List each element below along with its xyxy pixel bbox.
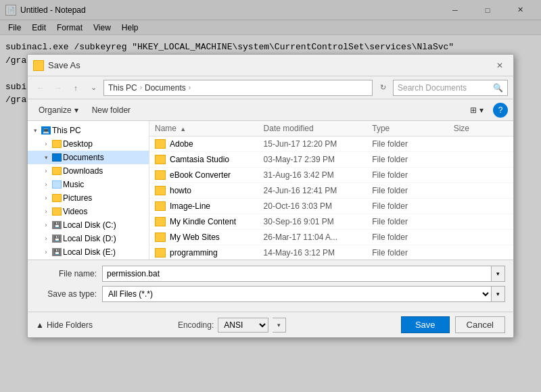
col-header-size[interactable]: Size: [454, 124, 508, 133]
file-date: 14-May-16 3:12 PM: [264, 248, 373, 258]
address-path[interactable]: This PC › Documents ›: [103, 80, 373, 96]
refresh-btn[interactable]: ↻: [375, 80, 390, 95]
col-header-date[interactable]: Date modified: [264, 124, 373, 133]
hide-folders-btn[interactable]: ▲ Hide Folders: [36, 320, 93, 330]
left-panel: ▾ 💻 This PC › Desktop ▾ Documents ›: [28, 121, 149, 260]
dialog-body: ▾ 💻 This PC › Desktop ▾ Documents ›: [28, 121, 513, 260]
folder-icon: [155, 217, 166, 226]
file-date: 26-Mar-17 11:04 A...: [264, 232, 373, 242]
expand-icon: ▾: [30, 127, 40, 134]
savetype-dropdown-arrow[interactable]: ▾: [492, 286, 505, 302]
pc-icon: 💻: [41, 126, 51, 134]
file-date: 03-May-17 2:39 PM: [264, 155, 373, 164]
tree-label-documents: Documents: [63, 153, 104, 162]
table-row[interactable]: My Kindle Content 30-Sep-16 9:01 PM File…: [149, 214, 513, 230]
table-row[interactable]: howto 24-Jun-16 12:41 PM File folder: [149, 183, 513, 199]
file-list[interactable]: Adobe 15-Jun-17 12:20 PM File folder Cam…: [149, 137, 513, 260]
hide-folders-arrow: ▲: [36, 320, 44, 330]
file-type: File folder: [372, 201, 453, 211]
folder-icon: [155, 155, 166, 164]
file-type: File folder: [372, 170, 453, 180]
drive-c-icon: 💾: [52, 221, 62, 229]
downloads-folder-icon: [52, 167, 62, 175]
file-type: File folder: [372, 217, 453, 226]
tree-videos[interactable]: › Videos: [28, 205, 149, 218]
col-header-name[interactable]: Name ▲: [155, 124, 264, 133]
expand-icon-d: ›: [41, 235, 51, 242]
up-btn[interactable]: ↑: [68, 80, 83, 95]
forward-btn[interactable]: →: [51, 80, 66, 95]
file-date: 24-Jun-16 12:41 PM: [264, 186, 373, 195]
file-type: File folder: [372, 186, 453, 195]
folder-icon: [155, 248, 166, 258]
tree-local-c[interactable]: › 💾 Local Disk (C:): [28, 218, 149, 232]
expand-icon-desktop: ›: [41, 141, 51, 147]
encoding-select[interactable]: ANSI UTF-8 Unicode: [218, 318, 268, 333]
filename-dropdown-arrow[interactable]: ▾: [492, 266, 505, 282]
tree-pictures[interactable]: › Pictures: [28, 191, 149, 205]
tree-desktop[interactable]: › Desktop: [28, 137, 149, 151]
save-button[interactable]: Save: [401, 316, 450, 333]
folder-icon: [155, 170, 166, 180]
tree-documents[interactable]: ▾ Documents: [28, 151, 149, 164]
tree-label-videos: Videos: [63, 207, 87, 216]
expand-icon-downloads: ›: [41, 168, 51, 174]
file-date: 31-Aug-16 3:42 PM: [264, 170, 373, 180]
pictures-folder-icon: [52, 194, 62, 202]
file-name: Camtasia Studio: [170, 155, 229, 164]
sort-arrow: ▲: [180, 126, 186, 132]
dialog-titlebar: Save As ✕: [28, 55, 513, 76]
folder-icon: [155, 139, 166, 149]
view-btn[interactable]: ⊞ ▾: [465, 103, 489, 117]
tree-label-downloads: Downloads: [63, 166, 103, 176]
organize-btn[interactable]: Organize ▾: [33, 103, 84, 117]
file-list-header: Name ▲ Date modified Type Size: [149, 121, 513, 137]
tree-music[interactable]: › Music: [28, 178, 149, 191]
new-folder-label: New folder: [92, 105, 131, 115]
tree-label-this-pc: This PC: [52, 126, 81, 135]
file-date: 15-Jun-17 12:20 PM: [264, 139, 373, 149]
organize-label: Organize: [39, 105, 72, 115]
file-name: programming: [170, 248, 218, 258]
help-btn[interactable]: ?: [493, 103, 508, 118]
organize-arrow: ▾: [74, 105, 78, 115]
save-as-dialog: Save As ✕ ← → ↑ ⌄ This PC › Documents › …: [27, 54, 514, 338]
recent-btn[interactable]: ⌄: [86, 80, 101, 95]
filename-input[interactable]: [102, 266, 492, 282]
encoding-row: Encoding: ANSI UTF-8 Unicode ▾: [178, 318, 286, 333]
file-date: 30-Sep-16 9:01 PM: [264, 217, 373, 226]
tree-local-d[interactable]: › 💾 Local Disk (D:): [28, 232, 149, 245]
col-header-type[interactable]: Type: [372, 124, 453, 133]
table-row[interactable]: programming 14-May-16 3:12 PM File folde…: [149, 245, 513, 260]
file-type: File folder: [372, 232, 453, 242]
search-box[interactable]: Search Documents 🔍: [393, 80, 508, 96]
table-row[interactable]: Image-Line 20-Oct-16 3:03 PM File folder: [149, 199, 513, 214]
file-name: My Web Sites: [170, 232, 220, 242]
savetype-select[interactable]: All Files (*.*): [102, 286, 492, 302]
filename-label: File name:: [36, 269, 97, 278]
cancel-button[interactable]: Cancel: [455, 316, 505, 333]
new-folder-btn[interactable]: New folder: [87, 103, 136, 117]
encoding-dropdown-arrow[interactable]: ▾: [273, 318, 286, 333]
search-placeholder: Search Documents: [398, 83, 467, 93]
savetype-row: Save as type: All Files (*.*) ▾: [36, 286, 505, 302]
file-name: howto: [170, 186, 191, 195]
folder-icon: [155, 232, 166, 242]
dialog-folder-icon: [33, 60, 44, 71]
table-row[interactable]: My Web Sites 26-Mar-17 11:04 A... File f…: [149, 230, 513, 245]
table-row[interactable]: Adobe 15-Jun-17 12:20 PM File folder: [149, 137, 513, 152]
videos-folder-icon: [52, 207, 62, 216]
dialog-toolbar: Organize ▾ New folder ⊞ ▾ ?: [28, 99, 513, 121]
table-row[interactable]: eBook Converter 31-Aug-16 3:42 PM File f…: [149, 168, 513, 183]
tree-this-pc[interactable]: ▾ 💻 This PC: [28, 124, 149, 137]
tree-local-e[interactable]: › 💾 Local Disk (E:): [28, 245, 149, 259]
dialog-close-btn[interactable]: ✕: [492, 57, 508, 74]
folder-icon: [155, 201, 166, 211]
file-type: File folder: [372, 248, 453, 258]
tree-downloads[interactable]: › Downloads: [28, 164, 149, 178]
help-label: ?: [498, 105, 503, 115]
path-thispc: This PC: [108, 83, 137, 93]
encoding-label: Encoding:: [178, 320, 214, 330]
back-btn[interactable]: ←: [33, 80, 48, 95]
table-row[interactable]: Camtasia Studio 03-May-17 2:39 PM File f…: [149, 152, 513, 168]
